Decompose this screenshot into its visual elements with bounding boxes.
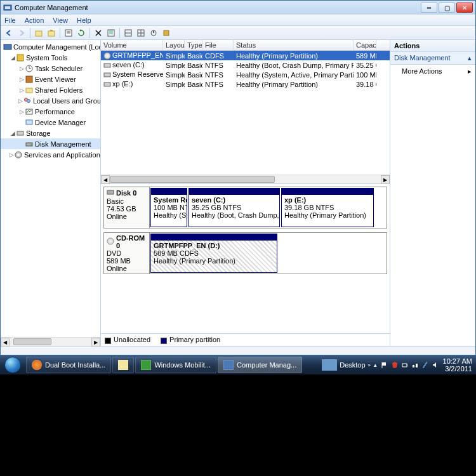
svg-rect-24 — [26, 76, 32, 83]
svg-point-42 — [110, 241, 112, 242]
col-volume[interactable]: Volume — [101, 40, 163, 50]
tree-root[interactable]: Computer Management (Local) — [1, 41, 100, 52]
properties-button[interactable] — [63, 27, 74, 39]
volume-list[interactable]: GRTMPFPP_EN (D:) Simple Basic CDFS Healt… — [101, 51, 390, 175]
menu-action[interactable]: Action — [25, 17, 44, 24]
taskbar-explorer[interactable] — [112, 357, 134, 373]
cdrom0[interactable]: CD-ROM 0 DVD589 MBOnline GRTMPFPP_EN (D:… — [103, 232, 387, 274]
view-list-button[interactable] — [122, 27, 134, 39]
tree-hscroll[interactable]: ◀▶ — [1, 337, 100, 346]
view-graphical-button[interactable] — [148, 27, 159, 39]
forward-button[interactable] — [16, 27, 27, 39]
actions-group[interactable]: Disk Management▴ — [390, 52, 475, 65]
svg-rect-30 — [17, 131, 23, 135]
graphical-view: Disk 0 Basic74.53 GBOnline System Rese10… — [101, 183, 390, 333]
disk0[interactable]: Disk 0 Basic74.53 GBOnline System Rese10… — [103, 187, 387, 228]
tree-disk-management[interactable]: Disk Management — [1, 138, 100, 149]
legend: Unallocated Primary partition — [101, 333, 390, 346]
list-row[interactable]: xp (E:) Simple Basic NTFS Healthy (Prima… — [101, 79, 390, 89]
svg-rect-48 — [416, 364, 418, 367]
back-button[interactable] — [3, 27, 15, 39]
close-button[interactable]: ✕ — [456, 3, 473, 13]
tree-device-manager[interactable]: Device Manager — [1, 117, 100, 128]
actions-header: Actions — [390, 40, 475, 52]
legend-primary-swatch — [161, 338, 167, 344]
shield-icon[interactable] — [391, 361, 399, 369]
tray-chevron-icon[interactable]: ▴ — [374, 362, 377, 368]
disk-icon — [107, 188, 114, 197]
taskbar-mobility[interactable]: Windows Mobilit... — [135, 357, 216, 373]
col-capacity[interactable]: Capacit — [354, 40, 376, 50]
tree-system-tools[interactable]: ◢System Tools — [1, 52, 100, 63]
tree-event-viewer[interactable]: ▷Event Viewer — [1, 74, 100, 84]
system-tray[interactable]: ▴ 10:27 AM 3/2/2011 — [374, 357, 472, 373]
taskbar-compmgmt[interactable]: Computer Manag... — [218, 357, 302, 373]
partition-system-reserved[interactable]: System Rese100 MB NTFSHealthy (Syst — [150, 188, 187, 227]
svg-rect-40 — [107, 190, 114, 194]
help-button[interactable] — [161, 27, 172, 39]
svg-rect-39 — [104, 83, 110, 86]
view-detail-button[interactable] — [135, 27, 147, 39]
list-hscroll[interactable]: ◀▶ — [101, 175, 390, 183]
partition-seven[interactable]: seven (C:)35.25 GB NTFSHealthy (Boot, Cr… — [188, 188, 280, 227]
taskbar-firefox[interactable]: Dual Boot Installa... — [26, 357, 111, 373]
sound-icon[interactable] — [432, 361, 439, 369]
taskbar-toolbar[interactable]: Desktop » — [322, 359, 371, 371]
taskbar: Dual Boot Installa... Windows Mobilit...… — [0, 355, 476, 374]
wifi-icon[interactable] — [421, 361, 429, 369]
svg-point-27 — [27, 99, 30, 102]
computer-management-window: Computer Management ━ ▢ ✕ File Action Vi… — [0, 0, 476, 355]
legend-unallocated-swatch — [105, 338, 111, 344]
clock[interactable]: 10:27 AM 3/2/2011 — [443, 357, 472, 373]
menu-file[interactable]: File — [4, 17, 16, 24]
up-button[interactable] — [33, 27, 44, 39]
col-type[interactable]: Type — [185, 40, 202, 50]
power-icon[interactable] — [401, 361, 409, 369]
more-actions[interactable]: More Actions▸ — [390, 65, 475, 78]
svg-rect-38 — [104, 73, 110, 77]
tree-services[interactable]: ▷Services and Applications — [1, 149, 100, 160]
svg-rect-2 — [36, 31, 42, 36]
partition-cdrom[interactable]: GRTMPFPP_EN (D:)589 MB CDFSHealthy (Prim… — [150, 234, 277, 273]
svg-rect-3 — [48, 31, 55, 36]
flag-icon[interactable] — [381, 361, 388, 369]
collapse-icon: ▴ — [468, 54, 472, 62]
tree-task-scheduler[interactable]: ▷Task Scheduler — [1, 63, 100, 74]
list-row[interactable]: System Reserved (B:) Simple Basic NTFS H… — [101, 70, 390, 79]
settings-button[interactable] — [105, 27, 117, 39]
desktop-toolbar-icon — [322, 359, 337, 371]
col-filesystem[interactable]: File System — [202, 40, 234, 50]
tree-performance[interactable]: ▷Performance — [1, 106, 100, 117]
network-icon[interactable] — [411, 361, 419, 369]
volume-icon — [103, 81, 111, 88]
delete-icon[interactable] — [93, 27, 104, 39]
start-button[interactable] — [0, 355, 25, 374]
list-row[interactable]: GRTMPFPP_EN (D:) Simple Basic CDFS Healt… — [101, 51, 390, 60]
partition-xp[interactable]: xp (E:)39.18 GB NTFSHealthy (Primary Par… — [281, 188, 374, 227]
menu-help[interactable]: Help — [77, 17, 91, 24]
refresh-button[interactable] — [76, 27, 87, 39]
col-layout[interactable]: Layout — [163, 40, 185, 50]
chevron-icon: » — [368, 362, 371, 368]
titlebar[interactable]: Computer Management ━ ▢ ✕ — [1, 1, 475, 15]
svg-rect-37 — [104, 63, 110, 67]
svg-rect-20 — [17, 55, 23, 61]
svg-rect-18 — [164, 30, 169, 36]
minimize-button[interactable]: ━ — [421, 3, 437, 13]
tree-local-users[interactable]: ▷Local Users and Groups — [1, 95, 100, 106]
svg-rect-1 — [5, 6, 10, 9]
list-row[interactable]: seven (C:) Simple Basic NTFS Healthy (Bo… — [101, 60, 390, 70]
volume-list-header: Volume Layout Type File System Status Ca… — [101, 40, 390, 51]
menu-view[interactable]: View — [53, 17, 68, 24]
tree-shared-folders[interactable]: ▷Shared Folders — [1, 84, 100, 95]
svg-rect-25 — [26, 88, 32, 93]
app-icon — [3, 3, 12, 12]
svg-rect-29 — [26, 120, 32, 124]
tree-storage[interactable]: ◢Storage — [1, 128, 100, 138]
show-hide-button[interactable] — [46, 27, 57, 39]
maximize-button[interactable]: ▢ — [439, 3, 455, 13]
volume-icon — [103, 62, 111, 69]
tree-pane: Computer Management (Local) ◢System Tool… — [1, 40, 101, 346]
center-pane: Volume Layout Type File System Status Ca… — [101, 40, 390, 346]
col-status[interactable]: Status — [234, 40, 354, 50]
